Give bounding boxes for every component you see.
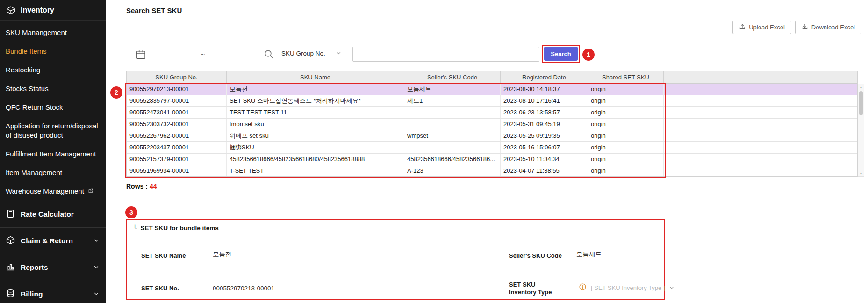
table-cell: 2023-04-07 11:38:55 — [501, 165, 588, 176]
sellers-sku-code-field[interactable]: 모듬세트 — [574, 250, 665, 263]
table-cell: 세트1 — [404, 95, 501, 106]
collapse-sidebar-button[interactable]: — — [92, 6, 99, 14]
set-sku-name-field[interactable]: 모듬전 — [211, 250, 505, 263]
sidebar-item-fulfillment-item-management[interactable]: Fulfillment Item Management — [0, 145, 106, 163]
header-divider — [106, 38, 868, 38]
sidebar-item-application-return-disposal[interactable]: Application for return/disposal of disus… — [0, 117, 106, 145]
table-cell: 모듬전 — [227, 84, 404, 95]
set-sku-name-value: 모듬전 — [213, 251, 232, 258]
table-cell: 900552835797-00001 — [127, 95, 227, 106]
download-icon — [802, 23, 808, 31]
section-label: Reports — [21, 263, 48, 272]
table-cell: 900552473041-00001 — [127, 107, 227, 118]
table-row[interactable]: 900552473041-00001 TEST TEST TEST 11 202… — [127, 107, 857, 119]
sidebar-section-billing[interactable]: Billing — [0, 281, 106, 303]
search-type-dropdown-value: SKU Group No. — [281, 50, 325, 57]
table-row[interactable]: 900552267962-00001 위메프 set sku wmpset 20… — [127, 130, 857, 142]
table-cell — [404, 142, 501, 153]
table-cell: 2023-08-10 17:16:41 — [501, 95, 588, 106]
table-cell: 모듬세트 — [404, 84, 501, 95]
sellers-sku-code-value: 모듬세트 — [576, 251, 602, 258]
sidebar-item-stocks-status[interactable]: Stocks Status — [0, 79, 106, 98]
detail-panel-title: └SET SKU for bundle items — [133, 225, 219, 232]
column-header-sku-group-no[interactable]: SKU Group No. — [127, 71, 227, 83]
table-cell: 900552267962-00001 — [127, 130, 227, 141]
table-row[interactable]: 900551969934-00001 T-SET TEST A-123 2023… — [127, 165, 857, 176]
inventory-icon — [6, 5, 16, 15]
corner-prefix: └ — [133, 225, 137, 232]
chevron-down-icon — [93, 263, 99, 272]
sidebar-item-qfc-return-stock[interactable]: QFC Return Stock — [0, 98, 106, 117]
annotation-circle-2: 2 — [110, 86, 122, 99]
set-sku-detail-panel: └SET SKU for bundle items SET SKU Name 모… — [126, 219, 665, 300]
sidebar-item-label: Warehouse Management — [6, 187, 84, 196]
table-cell: origin — [588, 95, 664, 106]
column-header-filler — [664, 71, 857, 83]
column-header-shared-set-sku[interactable]: Shared SET SKU — [588, 71, 664, 83]
set-sku-name-label: SET SKU Name — [141, 252, 186, 259]
table-scrollbar[interactable]: ▲ ▼ — [858, 84, 864, 177]
chevron-down-icon — [93, 237, 99, 245]
search-type-dropdown[interactable]: SKU Group No. — [281, 50, 341, 57]
table-cell-filler — [664, 84, 857, 95]
set-sku-no-value: 900552970213-00001 — [213, 285, 274, 292]
sidebar-item-sku-management[interactable]: SKU Manangement — [0, 23, 106, 42]
scroll-down-arrow[interactable]: ▼ — [858, 170, 864, 176]
table-cell: 2023-05-10 11:34:34 — [501, 154, 588, 165]
rows-count-value: 44 — [150, 183, 157, 190]
rows-count-label: Rows : — [126, 183, 148, 190]
sidebar-section-claim-return[interactable]: Claim & Return — [0, 227, 106, 254]
sidebar-item-bundle-items[interactable]: Bundle Items — [0, 42, 106, 61]
table-cell-filler — [664, 119, 857, 130]
sidebar-item-item-management[interactable]: Item Management — [0, 163, 106, 182]
table-cell-filler — [664, 95, 857, 106]
sidebar-header: Inventory — — [0, 0, 106, 21]
section-label: Billing — [21, 290, 43, 298]
rows-count: Rows :44 — [126, 183, 157, 190]
inventory-type-dropdown[interactable]: [ SET SKU Inventory Type ] — [579, 283, 674, 293]
scroll-up-arrow[interactable]: ▲ — [858, 84, 864, 90]
upload-excel-button[interactable]: Upload Excel — [732, 21, 791, 34]
table-cell: 900552970213-00001 — [127, 84, 227, 95]
set-sku-no-label: SET SKU No. — [141, 285, 179, 292]
table-row[interactable]: 900552157379-00001 4582356618666/4582356… — [127, 154, 857, 165]
table-cell: origin — [588, 119, 664, 130]
table-row[interactable]: 900552970213-00001 모듬전 모듬세트 2023-08-30 1… — [127, 84, 857, 95]
sidebar-section-reports[interactable]: Reports — [0, 254, 106, 281]
search-button[interactable]: Search — [544, 47, 578, 61]
annotation-circle-1: 1 — [582, 49, 595, 61]
upload-excel-label: Upload Excel — [749, 24, 785, 31]
table-cell: 900552157379-00001 — [127, 154, 227, 165]
sidebar-item-restocking[interactable]: Restocking — [0, 61, 106, 79]
table-cell — [404, 107, 501, 118]
table-cell-filler — [664, 154, 857, 165]
scrollbar-thumb[interactable] — [859, 91, 863, 115]
calendar-icon[interactable] — [136, 49, 146, 62]
inventory-type-dropdown-value: [ SET SKU Inventory Type ] — [591, 284, 665, 291]
upload-icon — [739, 23, 746, 31]
sidebar-item-warehouse-management[interactable]: Warehouse Management — [0, 182, 106, 201]
table-row[interactable]: 900552203437-00001 捆绑SKU 2023-05-16 15:0… — [127, 142, 857, 154]
search-input[interactable] — [352, 47, 539, 62]
info-icon — [579, 283, 587, 293]
sidebar-section-rate-calculator[interactable]: Rate Calculator — [0, 201, 106, 227]
section-label: Claim & Return — [21, 237, 73, 245]
results-table: SKU Group No. SKU Name Seller's SKU Code… — [126, 71, 858, 177]
table-cell: A-123 — [404, 165, 501, 176]
table-row[interactable]: 900552303732-00001 tmon set sku 2023-05-… — [127, 119, 857, 130]
page-title: Search SET SKU — [126, 7, 182, 14]
annotation-circle-3: 3 — [125, 206, 137, 218]
table-cell: TEST TEST TEST 11 — [227, 107, 404, 118]
table-row[interactable]: 900552835797-00001 SET SKU 스마트십연동테스트 *처리… — [127, 95, 857, 107]
set-sku-inventory-type-label: SET SKU Inventory Type — [509, 281, 561, 296]
sellers-sku-code-label: Seller's SKU Code — [509, 252, 562, 259]
column-header-sku-name[interactable]: SKU Name — [227, 71, 404, 83]
download-excel-button[interactable]: Download Excel — [795, 21, 861, 34]
column-header-registered-date[interactable]: Registered Date — [501, 71, 588, 83]
chevron-down-icon — [93, 290, 99, 298]
sidebar-sections: Rate Calculator Claim & Return — [0, 201, 106, 303]
external-link-icon — [88, 187, 94, 196]
table-cell-filler — [664, 130, 857, 141]
table-cell: 2023-05-25 09:19:35 — [501, 130, 588, 141]
column-header-sellers-sku-code[interactable]: Seller's SKU Code — [404, 71, 501, 83]
